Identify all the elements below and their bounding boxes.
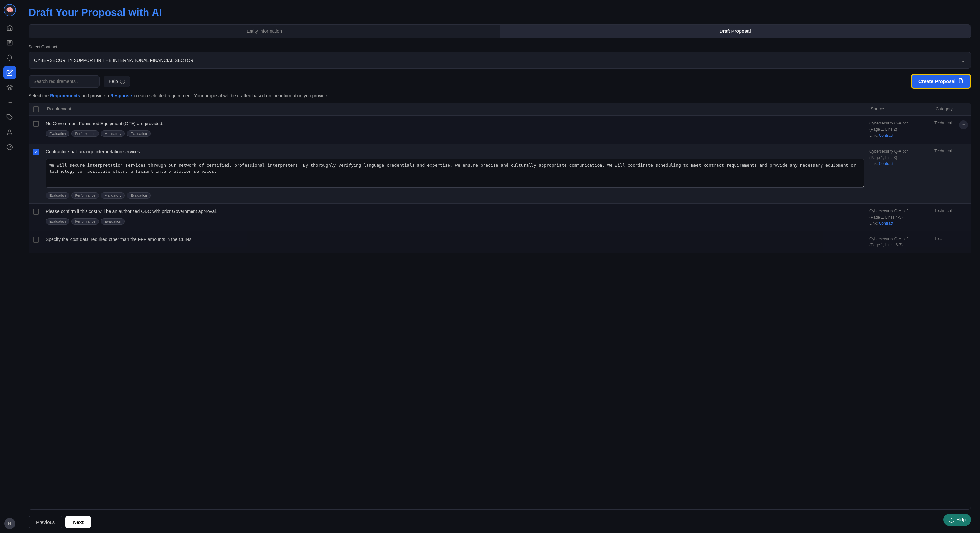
row3-category: Technical: [932, 204, 970, 217]
sidebar-item-notifications[interactable]: [3, 51, 16, 64]
row2-source: Cybersecurity Q-A.pdf (Page 1, Line 3) L…: [867, 144, 932, 172]
table-row: No Government Furnished Equipment (GFE) …: [29, 116, 970, 144]
badge: Performance: [71, 130, 99, 137]
row4-checkbox[interactable]: [33, 237, 39, 243]
row2-source-file: Cybersecurity Q-A.pdf: [870, 148, 929, 155]
help-label: Help: [108, 79, 118, 84]
row1-source: Cybersecurity Q-A.pdf (Page 1, Line 2) L…: [867, 116, 932, 144]
row2-source-link: Link: Contract: [870, 161, 929, 167]
toolbar: Help ? Create Proposal: [29, 74, 971, 88]
row1-badges: Evaluation Performance Mandatory Evaluat…: [46, 130, 864, 137]
page-title: Draft Your Proposal with AI: [29, 6, 971, 19]
row1-filter-icon[interactable]: [959, 120, 968, 129]
help-float-label: Help: [956, 517, 966, 522]
row2-contract-link[interactable]: Contract: [879, 161, 894, 166]
sidebar: 🧠 H: [0, 0, 19, 533]
avatar[interactable]: H: [4, 518, 15, 529]
row3-source-file: Cybersecurity Q-A.pdf: [870, 208, 929, 214]
sidebar-item-help[interactable]: [3, 141, 16, 154]
row3-contract-link[interactable]: Contract: [879, 221, 894, 226]
requirements-highlight: Requirements: [50, 93, 80, 98]
contract-selected-value: CYBERSECURITY SUPPORT IN THE INTERNATION…: [34, 58, 194, 63]
search-input[interactable]: [29, 75, 100, 88]
row2-content: Contractor shall arrange interpretation …: [43, 144, 867, 203]
badge: Evaluation: [46, 218, 69, 225]
help-float-button[interactable]: ? Help: [943, 514, 971, 526]
badge: Evaluation: [101, 218, 124, 225]
row3-source-link: Link: Contract: [870, 220, 929, 227]
row3-content: Please confirm if this cost will be an a…: [43, 204, 867, 229]
th-source: Source: [867, 106, 932, 112]
table-row: Specify the 'cost data' required other t…: [29, 231, 970, 253]
select-contract-label: Select Contract: [29, 45, 971, 49]
table-row: Please confirm if this cost will be an a…: [29, 204, 970, 232]
row2-text: Contractor shall arrange interpretation …: [46, 148, 864, 155]
table-row: Contractor shall arrange interpretation …: [29, 144, 970, 204]
help-float-icon: ?: [948, 517, 955, 523]
row4-source: Cybersecurity Q-A.pdf (Page 1, Lines 6-7…: [867, 231, 932, 253]
row1-content: No Government Furnished Equipment (GFE) …: [43, 116, 867, 141]
tab-bar: Entity Information Draft Proposal: [29, 24, 971, 38]
help-circle-icon: ?: [120, 79, 125, 84]
tab-entity-information[interactable]: Entity Information: [29, 25, 500, 38]
row3-source: Cybersecurity Q-A.pdf (Page 1, Lines 4-5…: [867, 204, 932, 231]
row4-source-file: Cybersecurity Q-A.pdf: [870, 236, 929, 242]
row3-source-location: (Page 1, Lines 4-5): [870, 214, 929, 220]
contract-dropdown[interactable]: CYBERSECURITY SUPPORT IN THE INTERNATION…: [29, 52, 971, 69]
row1-text: No Government Furnished Equipment (GFE) …: [46, 120, 864, 127]
row1-source-link: Link: Contract: [870, 132, 929, 139]
create-proposal-button[interactable]: Create Proposal: [911, 74, 971, 88]
help-button[interactable]: Help ?: [104, 75, 130, 87]
row1-source-file: Cybersecurity Q-A.pdf: [870, 120, 929, 126]
svg-text:🧠: 🧠: [6, 6, 14, 14]
badge: Mandatory: [101, 192, 125, 199]
previous-button[interactable]: Previous: [29, 516, 62, 528]
row1-checkbox[interactable]: [33, 121, 39, 127]
row1-source-location: (Page 1, Line 2): [870, 126, 929, 132]
badge: Evaluation: [46, 192, 69, 199]
requirements-table: Requirement Source Category No Governmen…: [29, 103, 971, 510]
footer: Previous Next Page 1 of 7: [29, 511, 971, 533]
sidebar-item-layers[interactable]: [3, 81, 16, 94]
row4-text: Specify the 'cost data' required other t…: [46, 236, 864, 243]
sidebar-item-home[interactable]: [3, 21, 16, 34]
sidebar-item-docs[interactable]: [3, 36, 16, 49]
sidebar-item-list[interactable]: [3, 96, 16, 109]
badge: Performance: [71, 218, 99, 225]
badge: Mandatory: [101, 130, 125, 137]
svg-point-14: [8, 130, 11, 132]
footer-nav: Previous Next: [29, 516, 91, 528]
sidebar-item-profile[interactable]: [3, 126, 16, 139]
table-header: Requirement Source Category: [29, 103, 970, 116]
row3-text: Please confirm if this cost will be an a…: [46, 208, 864, 215]
document-icon: [958, 78, 964, 84]
row2-source-location: (Page 1, Line 3): [870, 155, 929, 161]
row2-checkbox[interactable]: [33, 149, 39, 155]
main-content: Draft Your Proposal with AI Entity Infor…: [19, 0, 980, 533]
next-button[interactable]: Next: [65, 516, 91, 528]
tab-draft-proposal[interactable]: Draft Proposal: [500, 25, 970, 38]
row2-category: Technical: [932, 144, 970, 158]
badge: Evaluation: [127, 192, 150, 199]
row2-checkbox-cell: [29, 144, 43, 160]
row4-content: Specify the 'cost data' required other t…: [43, 231, 867, 251]
row4-checkbox-cell: [29, 231, 43, 248]
chevron-down-icon: ⌄: [961, 57, 966, 64]
create-proposal-label: Create Proposal: [918, 78, 956, 84]
row3-badges: Evaluation Performance Evaluation: [46, 218, 864, 225]
svg-marker-6: [7, 85, 12, 88]
row3-checkbox[interactable]: [33, 209, 39, 215]
sidebar-item-tags[interactable]: [3, 111, 16, 124]
badge: Evaluation: [127, 130, 150, 137]
row4-source-location: (Page 1, Lines 6-7): [870, 242, 929, 248]
row1-checkbox-cell: [29, 116, 43, 132]
row1-contract-link[interactable]: Contract: [879, 133, 894, 138]
th-checkbox[interactable]: [29, 106, 43, 112]
badge: Performance: [71, 192, 99, 199]
instructions: Select the Requirements and provide a Re…: [29, 93, 971, 98]
row2-response-textarea[interactable]: [46, 158, 864, 188]
sidebar-item-edit[interactable]: [3, 66, 16, 79]
th-category: Category: [932, 106, 970, 112]
response-highlight: Response: [110, 93, 132, 98]
select-all-checkbox[interactable]: [33, 106, 39, 112]
